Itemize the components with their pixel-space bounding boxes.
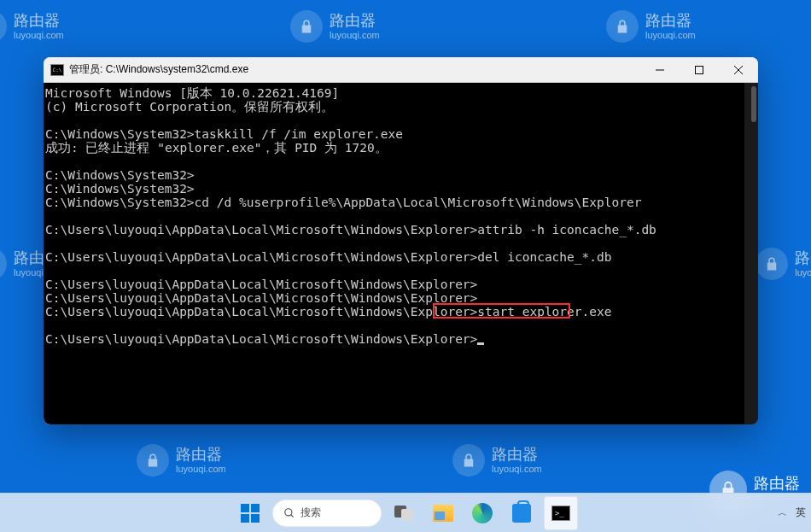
cursor bbox=[477, 342, 484, 345]
terminal-line: C:\Users\luyouqi\AppData\Local\Microsoft… bbox=[45, 291, 756, 305]
lock-icon bbox=[0, 10, 7, 43]
terminal-line: C:\Users\luyouqi\AppData\Local\Microsoft… bbox=[45, 278, 756, 291]
lock-icon bbox=[0, 248, 7, 280]
window-title: 管理员: C:\Windows\system32\cmd.exe bbox=[69, 62, 640, 77]
edge-button[interactable] bbox=[465, 496, 499, 530]
taskview-button[interactable] bbox=[387, 496, 421, 530]
minimize-button[interactable] bbox=[640, 57, 680, 82]
search-icon bbox=[283, 507, 295, 519]
cmd-taskbar-button[interactable] bbox=[544, 496, 578, 530]
terminal-line bbox=[45, 209, 756, 223]
terminal-line bbox=[45, 319, 756, 332]
folder-icon bbox=[433, 505, 453, 522]
windows-icon bbox=[241, 504, 260, 523]
terminal-line bbox=[45, 155, 756, 168]
terminal-line: 成功: 已终止进程 "explorer.exe"，其 PID 为 1720。 bbox=[45, 141, 756, 155]
cmd-app-icon bbox=[50, 64, 64, 76]
terminal-output[interactable]: Microsoft Windows [版本 10.0.22621.4169](c… bbox=[44, 83, 758, 424]
lock-icon bbox=[137, 444, 169, 476]
store-icon bbox=[512, 504, 531, 523]
cmd-window: 管理员: C:\Windows\system32\cmd.exe Microso… bbox=[44, 57, 758, 424]
svg-point-4 bbox=[285, 508, 292, 515]
terminal-line: Microsoft Windows [版本 10.0.22621.4169] bbox=[45, 86, 756, 100]
search-label: 搜索 bbox=[300, 506, 321, 520]
file-explorer-button[interactable] bbox=[426, 496, 460, 530]
store-button[interactable] bbox=[505, 496, 539, 530]
terminal-line: C:\Windows\System32>cd /d %userprofile%\… bbox=[45, 196, 756, 209]
terminal-line bbox=[45, 114, 756, 127]
ime-indicator[interactable]: 英 bbox=[796, 506, 806, 520]
svg-rect-1 bbox=[696, 66, 703, 73]
terminal-line bbox=[45, 237, 756, 250]
tray-overflow-icon[interactable]: ︿ bbox=[778, 506, 787, 519]
lock-icon bbox=[606, 10, 639, 43]
terminal-line: C:\Users\luyouqi\AppData\Local\Microsoft… bbox=[45, 305, 756, 319]
maximize-button[interactable] bbox=[680, 57, 719, 82]
terminal-line: C:\Users\luyouqi\AppData\Local\Microsoft… bbox=[45, 223, 756, 237]
lock-icon bbox=[290, 10, 323, 43]
terminal-line: C:\Windows\System32>taskkill /f /im expl… bbox=[45, 127, 756, 141]
system-tray[interactable]: ︿ 英 bbox=[778, 493, 806, 532]
terminal-line bbox=[45, 264, 756, 278]
watermark-text: 路由器 bbox=[14, 13, 64, 30]
svg-line-5 bbox=[291, 514, 294, 517]
taskbar: 搜索 ︿ 英 bbox=[0, 493, 811, 532]
titlebar[interactable]: 管理员: C:\Windows\system32\cmd.exe bbox=[44, 57, 758, 83]
terminal-line: C:\Windows\System32> bbox=[45, 182, 756, 196]
terminal-line: C:\Windows\System32> bbox=[45, 168, 756, 182]
terminal-line: (c) Microsoft Corporation。保留所有权利。 bbox=[45, 100, 756, 114]
lock-icon bbox=[756, 248, 788, 280]
lock-icon bbox=[452, 444, 485, 476]
start-button[interactable] bbox=[233, 496, 267, 530]
edge-icon bbox=[472, 503, 493, 523]
terminal-icon bbox=[551, 506, 570, 521]
terminal-line: C:\Users\luyouqi\AppData\Local\Microsoft… bbox=[45, 332, 756, 346]
terminal-line: C:\Users\luyouqi\AppData\Local\Microsoft… bbox=[45, 250, 756, 264]
taskview-icon bbox=[394, 506, 413, 521]
search-button[interactable]: 搜索 bbox=[272, 500, 382, 527]
scrollbar[interactable] bbox=[744, 83, 758, 424]
close-button[interactable] bbox=[719, 57, 758, 82]
scrollbar-thumb[interactable] bbox=[751, 86, 756, 122]
